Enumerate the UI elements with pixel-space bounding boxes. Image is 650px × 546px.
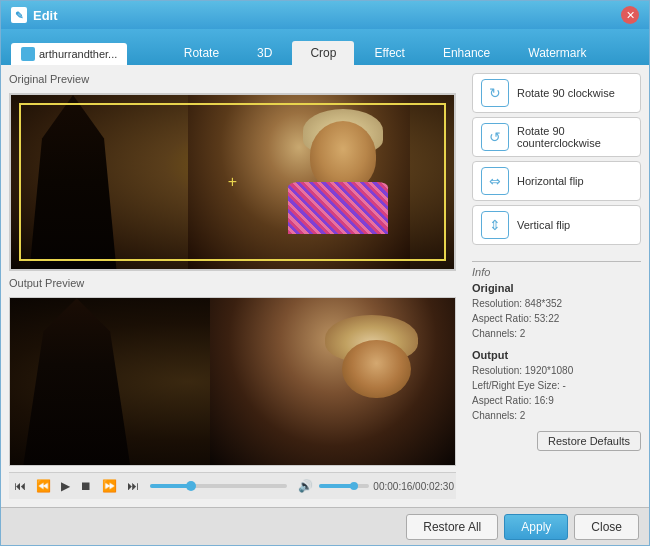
left-panel: Original Preview +	[1, 65, 464, 507]
tab-effect[interactable]: Effect	[356, 41, 422, 65]
skip-end-button[interactable]: ⏭	[124, 477, 142, 495]
rotate-ccw-button[interactable]: ↺ Rotate 90 counterclockwise	[472, 117, 641, 157]
scarf	[288, 182, 388, 234]
volume-thumb	[350, 482, 358, 490]
output-scene	[10, 298, 455, 465]
skip-start-button[interactable]: ⏮	[11, 477, 29, 495]
app-icon: ✎	[11, 7, 27, 23]
main-window: ✎ Edit ✕ arthurrandther... Rotate 3D Cro…	[0, 0, 650, 546]
original-channels: Channels: 2	[472, 326, 641, 341]
original-preview: +	[9, 93, 456, 271]
volume-bar[interactable]	[319, 484, 369, 488]
info-section: Info Original Resolution: 848*352 Aspect…	[472, 257, 641, 499]
tab-crop[interactable]: Crop	[292, 41, 354, 65]
window-close-button[interactable]: ✕	[621, 6, 639, 24]
play-button[interactable]: ▶	[58, 477, 73, 495]
window-title: Edit	[33, 8, 58, 23]
progress-fill	[150, 484, 191, 488]
hflip-label: Horizontal flip	[517, 175, 584, 187]
output-aspect: Aspect Ratio: 16:9	[472, 393, 641, 408]
output-person-left	[10, 298, 144, 465]
restore-defaults-button[interactable]: Restore Defaults	[537, 431, 641, 451]
file-icon	[21, 47, 35, 61]
output-face	[342, 340, 411, 398]
rotate-ccw-icon: ↺	[481, 123, 509, 151]
rotate-ccw-label: Rotate 90 counterclockwise	[517, 125, 632, 149]
step-back-button[interactable]: ⏪	[33, 477, 54, 495]
output-lr-size: Left/Right Eye Size: -	[472, 378, 641, 393]
progress-bar[interactable]	[150, 484, 287, 488]
volume-fill	[319, 484, 354, 488]
vflip-button[interactable]: ⇕ Vertical flip	[472, 205, 641, 245]
step-forward-button[interactable]: ⏩	[99, 477, 120, 495]
tab-rotate[interactable]: Rotate	[166, 41, 237, 65]
tabs-bar: arthurrandther... Rotate 3D Crop Effect …	[1, 29, 649, 65]
original-info-group: Original Resolution: 848*352 Aspect Rati…	[472, 282, 641, 341]
output-resolution: Resolution: 1920*1080	[472, 363, 641, 378]
controls-bar: ⏮ ⏪ ▶ ⏹ ⏩ ⏭ 🔊 00:00:16/00:02:30	[9, 472, 456, 499]
tab-watermark[interactable]: Watermark	[510, 41, 604, 65]
original-preview-label: Original Preview	[9, 73, 456, 85]
tab-3d[interactable]: 3D	[239, 41, 290, 65]
output-info-group: Output Resolution: 1920*1080 Left/Right …	[472, 349, 641, 423]
time-display: 00:00:16/00:02:30	[373, 481, 454, 492]
main-content: Original Preview +	[1, 65, 649, 507]
original-info-title: Original	[472, 282, 641, 294]
rotate-cw-label: Rotate 90 clockwise	[517, 87, 615, 99]
output-channels: Channels: 2	[472, 408, 641, 423]
rotate-cw-icon: ↻	[481, 79, 509, 107]
crosshair: +	[228, 173, 237, 191]
volume-area: 🔊	[295, 477, 369, 495]
apply-button[interactable]: Apply	[504, 514, 568, 540]
file-tab-label: arthurrandther...	[39, 48, 117, 60]
title-bar-left: ✎ Edit	[11, 7, 58, 23]
tab-enhance[interactable]: Enhance	[425, 41, 508, 65]
hflip-icon: ⇔	[481, 167, 509, 195]
info-divider	[472, 261, 641, 262]
output-preview-label: Output Preview	[9, 277, 456, 289]
output-info-title: Output	[472, 349, 641, 361]
original-aspect: Aspect Ratio: 53:22	[472, 311, 641, 326]
hflip-button[interactable]: ⇔ Horizontal flip	[472, 161, 641, 201]
nav-tabs: Rotate 3D Crop Effect Enhance Watermark	[131, 41, 639, 65]
output-preview	[9, 297, 456, 466]
volume-icon[interactable]: 🔊	[295, 477, 316, 495]
info-title: Info	[472, 266, 641, 278]
title-bar: ✎ Edit ✕	[1, 1, 649, 29]
original-preview-inner: +	[11, 95, 454, 269]
restore-all-button[interactable]: Restore All	[406, 514, 498, 540]
file-tab[interactable]: arthurrandther...	[11, 43, 127, 65]
vflip-label: Vertical flip	[517, 219, 570, 231]
original-resolution: Resolution: 848*352	[472, 296, 641, 311]
rotate-cw-button[interactable]: ↻ Rotate 90 clockwise	[472, 73, 641, 113]
bottom-bar: Restore All Apply Close	[1, 507, 649, 545]
face	[310, 121, 376, 191]
output-person-right	[210, 298, 455, 465]
vflip-icon: ⇕	[481, 211, 509, 239]
right-panel: ↻ Rotate 90 clockwise ↺ Rotate 90 counte…	[464, 65, 649, 507]
stop-button[interactable]: ⏹	[77, 477, 95, 495]
original-scene: +	[11, 95, 454, 269]
elderly-person	[188, 95, 410, 269]
close-button[interactable]: Close	[574, 514, 639, 540]
progress-thumb	[186, 481, 196, 491]
